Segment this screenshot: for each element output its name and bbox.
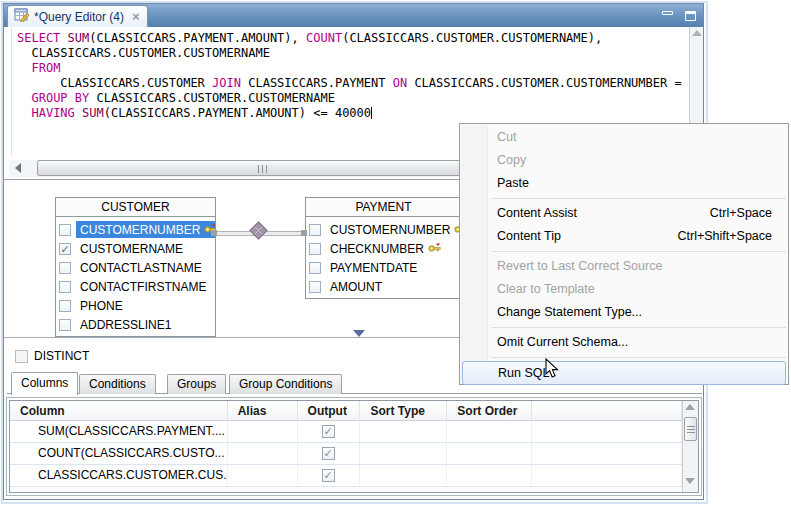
scrollbar-thumb[interactable]: [684, 417, 697, 441]
grid-header-cell[interactable]: Column: [10, 401, 228, 421]
column-row[interactable]: CONTACTFIRSTNAME: [59, 277, 213, 296]
sql-line: HAVING SUM(CLASSICCARS.PAYMENT.AMOUNT) <…: [17, 106, 688, 121]
column-checkbox[interactable]: [309, 224, 321, 236]
grid-cell[interactable]: [360, 421, 447, 442]
output-checkbox[interactable]: ✓: [322, 425, 335, 438]
column-checkbox[interactable]: [309, 262, 321, 274]
menu-item-omit-current-schema[interactable]: Omit Current Schema...: [460, 331, 788, 354]
join-diamond-icon[interactable]: [249, 221, 267, 239]
column-checkbox[interactable]: [309, 243, 321, 255]
grid-row[interactable]: CLASSICCARS.CUSTOMER.CUS...✓: [10, 465, 682, 487]
menu-item-label: Change Statement Type...: [497, 301, 642, 324]
scroll-up-icon[interactable]: [685, 404, 696, 415]
menu-item-change-statement-type[interactable]: Change Statement Type...: [460, 301, 788, 324]
menu-item-run-sql[interactable]: Run SQL: [462, 361, 786, 385]
column-checkbox[interactable]: [59, 319, 71, 331]
table-panel-payment: PAYMENT CUSTOMERNUMBERCHECKNUMBERPAYMENT…: [305, 197, 462, 299]
menu-item-content-assist[interactable]: Content AssistCtrl+Space: [460, 202, 788, 225]
column-row[interactable]: CONTACTLASTNAME: [59, 258, 213, 277]
grid-cell[interactable]: [447, 465, 532, 486]
scroll-up-icon[interactable]: [692, 30, 703, 41]
column-row[interactable]: PAYMENTDATE: [309, 258, 459, 277]
grid-header-row: ColumnAliasOutputSort TypeSort Order: [10, 401, 682, 421]
grid-cell[interactable]: [532, 443, 682, 464]
column-row[interactable]: ✓CUSTOMERNAME: [59, 239, 213, 258]
tab-columns[interactable]: Columns: [11, 372, 78, 395]
column-checkbox[interactable]: [59, 281, 71, 293]
column-name: CUSTOMERNAME: [80, 242, 183, 256]
column-label: CUSTOMERNUMBER: [76, 221, 216, 238]
column-name: PAYMENTDATE: [330, 261, 417, 275]
grid-cell[interactable]: [532, 421, 682, 442]
column-list: CUSTOMERNUMBERCHECKNUMBERPAYMENTDATEAMOU…: [306, 217, 461, 298]
column-checkbox[interactable]: [59, 300, 71, 312]
grid-cell[interactable]: ✓: [298, 443, 361, 464]
grid-row[interactable]: COUNT(CLASSICCARS.CUSTO...✓: [10, 443, 682, 465]
output-checkbox[interactable]: ✓: [322, 469, 335, 482]
column-label: CUSTOMERNUMBER: [326, 221, 462, 238]
column-name: ADDRESSLINE1: [80, 318, 171, 332]
grid-cell[interactable]: [532, 465, 682, 486]
grid-header-cell[interactable]: Output: [298, 401, 361, 421]
grid-header-cell[interactable]: Alias: [228, 401, 298, 421]
menu-item-paste[interactable]: Paste: [460, 172, 788, 195]
grid-cell[interactable]: [447, 443, 532, 464]
thumb-grip: [258, 165, 268, 173]
menu-item-revert-to-last-correct-source: Revert to Last Correct Source: [460, 255, 788, 278]
grid-header-cell[interactable]: Sort Order: [447, 401, 532, 421]
tab-groups[interactable]: Groups: [167, 374, 226, 394]
column-checkbox[interactable]: [59, 262, 71, 274]
column-label: ADDRESSLINE1: [76, 316, 175, 333]
maximize-button[interactable]: [685, 11, 696, 21]
grid-cell[interactable]: [447, 421, 532, 442]
grid-cell[interactable]: [360, 465, 447, 486]
column-checkbox[interactable]: ✓: [59, 243, 71, 255]
scroll-down-icon[interactable]: [685, 478, 696, 489]
tab-query-editor[interactable]: *Query Editor (4) ×: [7, 5, 148, 27]
distinct-checkbox[interactable]: [15, 350, 28, 363]
scrollbar-thumb[interactable]: [37, 160, 489, 176]
menu-item-copy: Copy: [460, 149, 788, 172]
grid-cell[interactable]: [228, 443, 298, 464]
grid-cell[interactable]: ✓: [298, 465, 361, 486]
grid-cell[interactable]: ✓: [298, 421, 361, 442]
sql-token: GROUP BY: [31, 91, 89, 105]
grid-vertical-scrollbar[interactable]: [682, 401, 698, 492]
tab-conditions[interactable]: Conditions: [79, 374, 156, 394]
column-row[interactable]: CUSTOMERNUMBER: [59, 220, 213, 239]
sql-token: ON: [393, 76, 407, 90]
column-name: CUSTOMERNUMBER: [80, 223, 200, 237]
grid-header-cell[interactable]: Sort Type: [360, 401, 447, 421]
column-checkbox[interactable]: [59, 224, 71, 236]
grid-cell[interactable]: [360, 443, 447, 464]
key-icon: [428, 242, 441, 256]
tab-group-conditions[interactable]: Group Conditions: [229, 374, 342, 394]
column-name: CUSTOMERNUMBER: [330, 223, 450, 237]
column-row[interactable]: AMOUNT: [309, 277, 459, 296]
sash-collapse-down-icon[interactable]: [353, 330, 365, 337]
minimize-button[interactable]: [662, 11, 673, 15]
column-row[interactable]: ADDRESSLINE1: [59, 315, 213, 334]
mouse-cursor-icon: [545, 358, 559, 383]
column-label: PHONE: [76, 297, 127, 314]
grid-row[interactable]: SUM(CLASSICCARS.PAYMENT....✓: [10, 421, 682, 443]
output-checkbox[interactable]: ✓: [322, 447, 335, 460]
column-row[interactable]: PHONE: [59, 296, 213, 315]
menu-separator: [491, 251, 786, 252]
scroll-left-icon[interactable]: [15, 163, 21, 173]
grid-cell[interactable]: SUM(CLASSICCARS.PAYMENT....: [10, 421, 228, 442]
grid-cell[interactable]: CLASSICCARS.CUSTOMER.CUS...: [10, 465, 228, 486]
column-row[interactable]: ADDRESSLINE2: [59, 334, 213, 337]
column-row[interactable]: CUSTOMERNUMBER: [309, 220, 459, 239]
grid-cell[interactable]: COUNT(CLASSICCARS.CUSTO...: [10, 443, 228, 464]
grid-cell[interactable]: [228, 421, 298, 442]
grid-cell[interactable]: [228, 465, 298, 486]
tab-close-icon[interactable]: ×: [132, 10, 140, 23]
menu-item-label: Omit Current Schema...: [497, 331, 628, 354]
sql-token: FROM: [31, 61, 60, 75]
sql-token: COUNT: [306, 31, 342, 45]
sql-token: (CLASSICCARS.PAYMENT.AMOUNT),: [89, 31, 306, 45]
column-checkbox[interactable]: [309, 281, 321, 293]
menu-item-content-tip[interactable]: Content TipCtrl+Shift+Space: [460, 225, 788, 248]
column-row[interactable]: CHECKNUMBER: [309, 239, 459, 258]
